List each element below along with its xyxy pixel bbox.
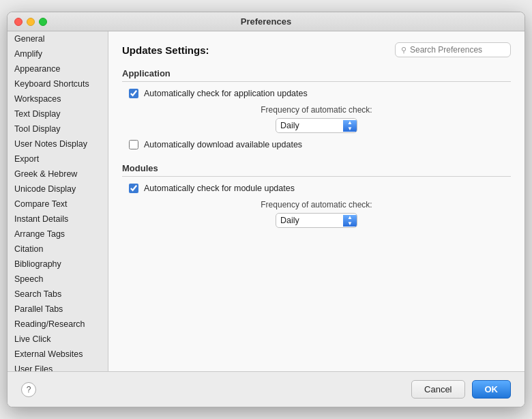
sidebar: GeneralAmplifyAppearanceKeyboard Shortcu… bbox=[8, 31, 108, 371]
module-freq-label: Frequency of automatic check: bbox=[261, 200, 372, 210]
main-header: Updates Settings: ⚲ bbox=[122, 42, 511, 57]
application-section: Application Automatically check for appl… bbox=[122, 68, 511, 149]
app-freq-label: Frequency of automatic check: bbox=[261, 105, 372, 115]
app-freq-select[interactable]: Daily Weekly Monthly bbox=[276, 119, 343, 132]
sidebar-item-readingresearch[interactable]: Reading/Research bbox=[8, 317, 108, 332]
sidebar-item-unicode-display[interactable]: Unicode Display bbox=[8, 182, 108, 197]
close-button[interactable] bbox=[14, 18, 23, 26]
auto-download-checkbox[interactable] bbox=[129, 140, 138, 149]
sidebar-item-external-websites[interactable]: External Websites bbox=[8, 347, 108, 362]
module-freq-row: Frequency of automatic check: Daily Week… bbox=[122, 200, 511, 228]
sidebar-item-workspaces[interactable]: Workspaces bbox=[8, 91, 108, 106]
auto-check-module-checkbox[interactable] bbox=[129, 184, 138, 193]
search-box[interactable]: ⚲ bbox=[395, 42, 511, 57]
sidebar-item-arrange-tags[interactable]: Arrange Tags bbox=[8, 227, 108, 242]
auto-download-row: Automatically download available updates bbox=[122, 140, 511, 149]
sidebar-item-general[interactable]: General bbox=[8, 31, 108, 46]
sidebar-item-appearance[interactable]: Appearance bbox=[8, 61, 108, 76]
sidebar-item-tool-display[interactable]: Tool Display bbox=[8, 121, 108, 136]
help-button[interactable]: ? bbox=[21, 382, 36, 397]
auto-download-label: Automatically download available updates bbox=[144, 140, 302, 149]
help-icon: ? bbox=[27, 385, 31, 394]
app-freq-select-wrapper[interactable]: Daily Weekly Monthly ▲ ▼ bbox=[276, 118, 357, 133]
search-input[interactable] bbox=[410, 45, 499, 55]
window-controls bbox=[14, 18, 47, 26]
search-icon: ⚲ bbox=[401, 46, 407, 55]
application-section-header: Application bbox=[122, 68, 511, 82]
auto-check-module-label: Automatically check for module updates bbox=[144, 184, 295, 193]
sidebar-item-bibliography[interactable]: Bibliography bbox=[8, 257, 108, 272]
module-freq-select[interactable]: Daily Weekly Monthly bbox=[276, 214, 343, 227]
sidebar-item-user-files[interactable]: User Files bbox=[8, 362, 108, 371]
sidebar-item-parallel-tabs[interactable]: Parallel Tabs bbox=[8, 302, 108, 317]
cancel-button[interactable]: Cancel bbox=[411, 380, 464, 399]
auto-check-app-checkbox[interactable] bbox=[129, 89, 138, 98]
sidebar-item-amplify[interactable]: Amplify bbox=[8, 46, 108, 61]
app-freq-arrow: ▲ ▼ bbox=[343, 120, 357, 132]
sidebar-item-greek--hebrew[interactable]: Greek & Hebrew bbox=[8, 167, 108, 182]
footer: ? Cancel OK bbox=[8, 371, 524, 407]
sidebar-item-speech[interactable]: Speech bbox=[8, 272, 108, 287]
auto-check-app-row: Automatically check for application upda… bbox=[122, 89, 511, 98]
main-panel: Updates Settings: ⚲ Application Automati… bbox=[108, 31, 524, 371]
sidebar-item-search-tabs[interactable]: Search Tabs bbox=[8, 287, 108, 302]
sidebar-item-live-click[interactable]: Live Click bbox=[8, 332, 108, 347]
sidebar-item-keyboard-shortcuts[interactable]: Keyboard Shortcuts bbox=[8, 76, 108, 91]
preferences-window: Preferences GeneralAmplifyAppearanceKeyb… bbox=[7, 12, 525, 407]
module-freq-select-wrapper[interactable]: Daily Weekly Monthly ▲ ▼ bbox=[276, 213, 357, 228]
maximize-button[interactable] bbox=[39, 18, 47, 26]
sidebar-item-text-display[interactable]: Text Display bbox=[8, 106, 108, 121]
ok-button[interactable]: OK bbox=[472, 380, 512, 399]
app-freq-row: Frequency of automatic check: Daily Week… bbox=[122, 105, 511, 133]
sidebar-item-export[interactable]: Export bbox=[8, 151, 108, 167]
auto-check-module-row: Automatically check for module updates bbox=[122, 184, 511, 193]
sidebar-item-compare-text[interactable]: Compare Text bbox=[8, 197, 108, 212]
modules-section: Modules Automatically check for module u… bbox=[122, 163, 511, 228]
sidebar-item-citation[interactable]: Citation bbox=[8, 242, 108, 257]
modules-section-header: Modules bbox=[122, 163, 511, 177]
titlebar: Preferences bbox=[8, 12, 524, 31]
module-freq-arrow: ▲ ▼ bbox=[343, 215, 357, 227]
content-area: GeneralAmplifyAppearanceKeyboard Shortcu… bbox=[8, 31, 524, 371]
minimize-button[interactable] bbox=[27, 18, 35, 26]
sidebar-item-instant-details[interactable]: Instant Details bbox=[8, 212, 108, 227]
page-title: Updates Settings: bbox=[122, 44, 209, 56]
auto-check-app-label: Automatically check for application upda… bbox=[144, 89, 308, 98]
footer-buttons: Cancel OK bbox=[411, 380, 511, 399]
sidebar-item-user-notes-display[interactable]: User Notes Display bbox=[8, 136, 108, 151]
window-title: Preferences bbox=[241, 16, 291, 27]
